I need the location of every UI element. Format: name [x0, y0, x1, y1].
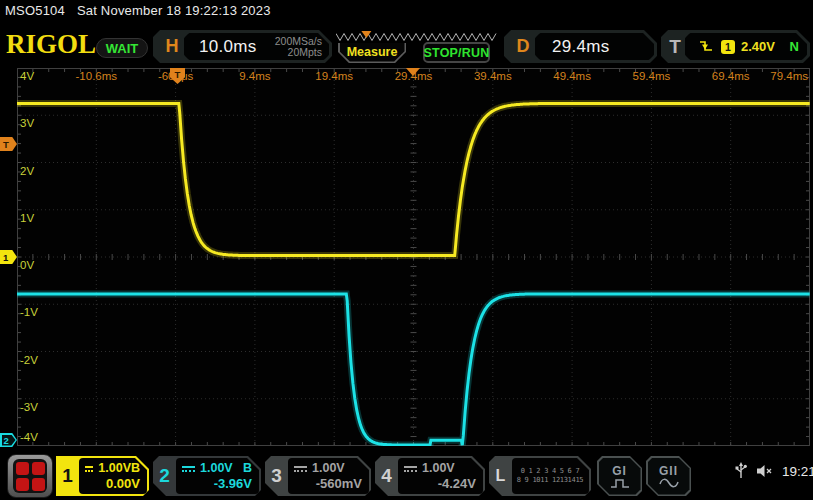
- trigger-level-value: 2.40V: [741, 39, 775, 54]
- bandwidth-limit-badge: B: [131, 461, 140, 476]
- voltage-label: -1V: [20, 306, 38, 318]
- rigol-logo: RIGOL: [6, 29, 96, 60]
- channel-offset: 0.00V: [106, 476, 140, 491]
- channel-scale: 1.00V: [312, 461, 345, 476]
- dc-coupling-icon: [182, 466, 195, 472]
- channel1-ground-flag[interactable]: 1: [0, 250, 17, 264]
- voltage-label: 0V: [20, 259, 34, 271]
- timebase-value: 10.0ms: [199, 37, 257, 57]
- channel-box-3[interactable]: 31.00V-560mV: [265, 456, 371, 496]
- voltage-label: 2V: [20, 165, 34, 177]
- channel-box-4[interactable]: 41.00V-4.24V: [375, 456, 485, 496]
- time-label: 49.4ms: [553, 70, 591, 82]
- time-label: 59.4ms: [633, 70, 671, 82]
- voltage-label: 3V: [20, 117, 34, 129]
- time-label: 19.4ms: [315, 70, 353, 82]
- channel2-ground-flag[interactable]: 2: [0, 433, 17, 447]
- clock: 19:21: [782, 464, 813, 479]
- gen1-button[interactable]: GI: [597, 456, 642, 496]
- trigger-label: T: [665, 36, 685, 58]
- channel-scale: 1.00V: [422, 461, 455, 476]
- falling-edge-icon: [699, 40, 713, 53]
- time-label: 79.4ms: [770, 70, 808, 82]
- voltage-label: -3V: [20, 401, 38, 413]
- horizontal-label: H: [160, 36, 184, 57]
- logic-channels-button[interactable]: L 0 1 2 3 4 5 6 7 8 9 1011 12131415: [489, 456, 591, 496]
- channel-scale: 1.00V: [200, 461, 233, 476]
- delay-value: 29.4ms: [552, 37, 610, 57]
- voltage-label: 4V: [20, 70, 34, 82]
- voltage-label: -2V: [20, 354, 38, 366]
- dc-coupling-icon: [85, 466, 93, 472]
- speaker-muted-icon[interactable]: [756, 464, 773, 478]
- logic-row2: 8 9 1011 12131415: [517, 476, 584, 485]
- channel-number: 4: [375, 456, 398, 496]
- dc-coupling-icon: [404, 466, 417, 472]
- gen2-button[interactable]: GII: [646, 456, 691, 496]
- model-name: MSO5104: [5, 3, 65, 18]
- delay-center-marker[interactable]: [406, 68, 420, 76]
- time-label: -10.6ms: [76, 70, 118, 82]
- measure-label: Measure: [340, 43, 405, 62]
- channel-number: 3: [265, 456, 288, 496]
- channel-offset: -3.96V: [214, 476, 252, 491]
- sample-rate: 200MSa/s: [275, 36, 322, 47]
- dc-coupling-icon: [294, 466, 307, 472]
- usb-icon: [735, 462, 747, 480]
- voltage-label: -4V: [20, 431, 38, 443]
- acquisition-rates: 200MSa/s 20Mpts: [275, 36, 322, 58]
- delay-settings-button[interactable]: D 29.4ms: [504, 30, 657, 63]
- horizontal-settings-button[interactable]: H 10.0ms 200MSa/s 20Mpts: [153, 30, 332, 63]
- logic-row1: 0 1 2 3 4 5 6 7: [521, 467, 580, 476]
- voltage-label: 1V: [20, 212, 34, 224]
- stop-run-button[interactable]: STOP/RUN: [423, 42, 490, 63]
- title-bar: MSO5104Sat November 18 19:22:13 2023: [5, 3, 271, 18]
- trigger-source-badge: 1: [721, 40, 735, 54]
- memory-position-strip[interactable]: [336, 29, 499, 42]
- waveform-display-area[interactable]: -10.6ms-600μs9.4ms19.4ms29.4ms39.4ms49.4…: [17, 68, 810, 446]
- oscilloscope-screen: MSO5104Sat November 18 19:22:13 2023 RIG…: [0, 0, 813, 500]
- channel-box-2[interactable]: 21.00VB-3.96V: [153, 456, 261, 496]
- trigger-sweep-mode: N: [790, 39, 803, 54]
- measure-button[interactable]: Measure: [338, 43, 406, 63]
- logic-label: L: [489, 456, 512, 496]
- channel-scale: 1.00V: [98, 461, 131, 476]
- channel-number: 1: [56, 456, 79, 496]
- channel-offset: -560mV: [316, 476, 362, 491]
- time-label: 9.4ms: [239, 70, 270, 82]
- sine-wave-icon: [659, 478, 679, 488]
- trigger-level-flag[interactable]: T: [0, 137, 17, 151]
- channel-number: 2: [153, 456, 176, 496]
- trigger-settings-button[interactable]: T 1 2.40V N: [661, 30, 810, 63]
- channel-box-1[interactable]: 11.00VB0.00V: [56, 456, 149, 496]
- gen2-label: GII: [659, 465, 678, 478]
- square-wave-icon: [610, 478, 630, 488]
- acquire-status-badge: WAIT: [96, 38, 148, 58]
- menu-button[interactable]: [7, 454, 53, 498]
- time-label: 39.4ms: [474, 70, 512, 82]
- memory-depth: 20Mpts: [275, 47, 322, 58]
- delay-label: D: [511, 36, 535, 57]
- datetime: Sat November 18 19:22:13 2023: [77, 3, 271, 18]
- bandwidth-limit-badge: B: [243, 461, 252, 476]
- gen1-label: GI: [612, 465, 627, 478]
- app-grid-icon: [13, 459, 47, 493]
- time-label: 69.4ms: [712, 70, 750, 82]
- channel-offset: -4.24V: [438, 476, 476, 491]
